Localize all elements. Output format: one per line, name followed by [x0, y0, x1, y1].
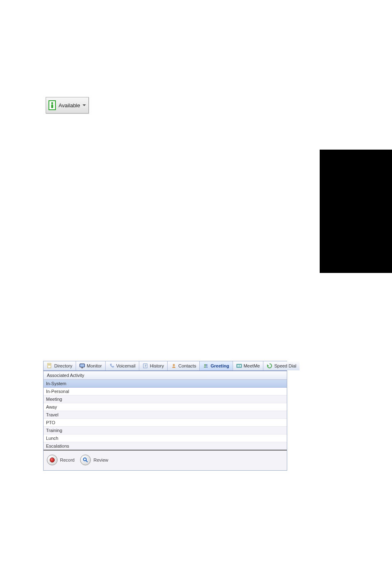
review-label: Review [93, 458, 108, 462]
tab-directory[interactable]: Directory [44, 361, 76, 370]
tab-voicemail[interactable]: Voicemail [106, 361, 139, 370]
list-item[interactable]: In-Personal [44, 388, 287, 395]
svg-point-15 [83, 458, 86, 461]
chevron-down-icon [83, 104, 86, 106]
footer-toolbar: Record Review [44, 451, 287, 470]
page-icon [47, 363, 53, 369]
tab-label: History [150, 363, 164, 368]
speeddial-icon [267, 363, 272, 369]
svg-rect-12 [237, 364, 242, 367]
meetme-icon [236, 363, 242, 369]
list-item[interactable]: Meeting [44, 395, 287, 403]
tab-strip: Directory Monitor Voicemail History Cont [44, 361, 287, 371]
activity-label: PTO [46, 420, 55, 425]
list-item[interactable]: Lunch [44, 434, 287, 442]
activity-label: Away [46, 404, 57, 409]
svg-line-16 [86, 460, 88, 462]
tab-label: Voicemail [116, 363, 136, 368]
available-status-dropdown[interactable]: Available [46, 97, 89, 113]
tab-greeting[interactable]: Greeting [200, 361, 233, 370]
tab-meetme[interactable]: MeetMe [233, 361, 264, 370]
list-item[interactable]: Training [44, 427, 287, 434]
history-icon [143, 363, 148, 369]
tab-label: MeetMe [244, 363, 260, 368]
list-item[interactable]: Escalations [44, 442, 287, 451]
tab-label: Speed Dial [274, 363, 296, 368]
review-icon [80, 455, 91, 465]
svg-point-11 [206, 364, 208, 366]
tab-history[interactable]: History [139, 361, 168, 370]
activity-label: Travel [46, 412, 58, 417]
list-item[interactable]: PTO [44, 419, 287, 427]
phone-icon [109, 363, 115, 369]
tab-speeddial[interactable]: Speed Dial [263, 361, 300, 370]
activity-label: Lunch [46, 436, 58, 441]
svg-point-9 [173, 364, 175, 366]
presence-icon [48, 100, 56, 110]
svg-rect-4 [48, 365, 51, 365]
svg-point-0 [51, 102, 53, 104]
svg-point-10 [204, 364, 206, 366]
record-icon [47, 455, 58, 465]
svg-rect-7 [81, 367, 83, 368]
activity-label: In-Personal [46, 389, 69, 394]
tab-monitor[interactable]: Monitor [76, 361, 106, 370]
contacts-icon [171, 363, 177, 369]
activity-label: Training [46, 428, 62, 433]
record-label: Record [60, 458, 74, 462]
available-status-label: Available [58, 102, 80, 109]
activity-label: In-System [46, 381, 67, 386]
svg-rect-13 [238, 365, 239, 367]
greeting-icon [203, 363, 209, 369]
tab-label: Contacts [178, 363, 196, 368]
activity-label: Escalations [46, 444, 69, 448]
svg-rect-3 [48, 364, 51, 365]
column-header-associated-activity[interactable]: Associated Activity [44, 371, 287, 380]
svg-rect-1 [51, 104, 53, 108]
tab-label: Greeting [210, 363, 229, 368]
tab-label: Directory [54, 363, 72, 368]
activity-list: In-System In-Personal Meeting Away Trave… [44, 380, 287, 451]
list-item[interactable]: In-System [44, 380, 287, 388]
list-item[interactable]: Away [44, 403, 287, 411]
svg-rect-14 [240, 365, 241, 367]
list-item[interactable]: Travel [44, 411, 287, 419]
record-button[interactable]: Record [47, 455, 74, 465]
svg-rect-2 [48, 363, 51, 368]
activity-label: Meeting [46, 397, 62, 402]
review-button[interactable]: Review [80, 455, 108, 465]
tab-contacts[interactable]: Contacts [168, 361, 200, 370]
monitor-icon [79, 363, 85, 369]
black-panel [320, 150, 392, 273]
greeting-panel: Directory Monitor Voicemail History Cont [43, 361, 287, 471]
svg-rect-6 [80, 364, 84, 367]
tab-label: Monitor [87, 363, 102, 368]
